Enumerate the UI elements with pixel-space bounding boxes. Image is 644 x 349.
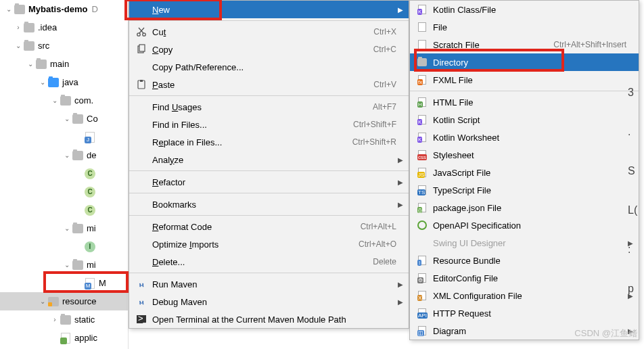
menu-item-file[interactable]: File bbox=[410, 18, 639, 36]
tree-item-label: mi bbox=[87, 260, 96, 270]
menu-item-label: Find in Files... bbox=[152, 120, 353, 130]
menu-separator bbox=[129, 170, 409, 171]
blank-icon bbox=[135, 119, 148, 130]
menu-item-label: Run Maven bbox=[152, 279, 396, 289]
menu-item-label: Reformat Code bbox=[152, 222, 361, 232]
menu-item-kotlin-script[interactable]: KKotlin Script bbox=[410, 111, 639, 129]
tree-item[interactable]: C bbox=[0, 201, 128, 219]
tree-item[interactable]: ›static bbox=[0, 310, 128, 329]
kotlin-icon: K bbox=[415, 132, 429, 143]
fxml-icon: fx bbox=[415, 74, 429, 85]
menu-item-reformat-code[interactable]: Reformat CodeCtrl+Alt+L bbox=[129, 218, 409, 235]
circle-c-icon: C bbox=[84, 168, 96, 180]
blank-icon bbox=[135, 154, 148, 165]
menu-item-refactor[interactable]: Refactor▶ bbox=[129, 173, 409, 191]
menu-item-kotlin-class-file[interactable]: KKotlin Class/File bbox=[410, 1, 639, 18]
tree-item[interactable]: ⌄src bbox=[0, 37, 128, 55]
menu-item-bookmarks[interactable]: Bookmarks▶ bbox=[129, 195, 409, 213]
tree-item-label: de bbox=[87, 150, 96, 160]
menu-item-openapi-specification[interactable]: OpenAPI Specification bbox=[410, 216, 639, 234]
menu-item-label: Scratch File bbox=[433, 40, 553, 50]
tree-item[interactable]: M bbox=[0, 274, 128, 292]
submenu-arrow-icon: ▶ bbox=[398, 201, 403, 208]
menu-item-debug-maven[interactable]: ⲙDebug Maven▶ bbox=[129, 293, 409, 310]
menu-item-new[interactable]: New▶ bbox=[129, 1, 409, 18]
chevron-icon: ⌄ bbox=[62, 261, 72, 269]
menu-item-run-maven[interactable]: ⲙRun Maven▶ bbox=[129, 275, 409, 293]
tree-item[interactable]: ⌄resource bbox=[0, 292, 128, 310]
menu-item-label: Swing UI Designer bbox=[433, 238, 626, 248]
menu-item-copy-path-reference-[interactable]: Copy Path/Reference... bbox=[129, 58, 409, 76]
menu-item-label: Directory bbox=[433, 57, 626, 68]
menu-item-find-usages[interactable]: Find UsagesAlt+F7 bbox=[129, 98, 409, 116]
terminal-icon: >_ bbox=[135, 314, 148, 325]
menu-item-optimize-imports[interactable]: Optimize ImportsCtrl+Alt+O bbox=[129, 235, 409, 253]
menu-item-label: Kotlin Class/File bbox=[433, 5, 626, 15]
folder-grey-icon bbox=[23, 40, 35, 52]
menu-item-label: TypeScript File bbox=[433, 185, 626, 195]
menu-item-copy[interactable]: CopyCtrl+C bbox=[129, 41, 409, 58]
tree-item[interactable]: applic bbox=[0, 329, 128, 347]
folder-blue-icon bbox=[47, 76, 60, 89]
tree-item[interactable]: ›.idea bbox=[0, 18, 128, 37]
api-icon bbox=[415, 220, 429, 231]
menu-item-shortcut: Ctrl+Alt+L bbox=[361, 222, 396, 231]
menu-item-find-in-files-[interactable]: Find in Files...Ctrl+Shift+F bbox=[129, 116, 409, 133]
submenu-arrow-icon: ▶ bbox=[628, 327, 633, 335]
menu-item-kotlin-worksheet[interactable]: KKotlin Worksheet bbox=[410, 129, 639, 146]
blank-icon bbox=[135, 221, 148, 232]
tree-item[interactable]: ⌄mi bbox=[0, 256, 128, 274]
js-icon: JS bbox=[415, 167, 429, 178]
menu-item-http-request[interactable]: APIHTTP Request bbox=[410, 304, 639, 322]
new-submenu[interactable]: KKotlin Class/FileFileScratch FileCtrl+A… bbox=[409, 0, 639, 340]
menu-item-xml-configuration-file[interactable]: XXML Configuration File▶ bbox=[410, 287, 639, 304]
menu-item-cut[interactable]: CutCtrl+X bbox=[129, 23, 409, 41]
circle-c-icon: C bbox=[84, 204, 96, 216]
menu-item-open-terminal-at-the-current-maven-module-path[interactable]: >_Open Terminal at the Current Maven Mod… bbox=[129, 310, 409, 328]
context-menu[interactable]: New▶CutCtrl+XCopyCtrl+CCopy Path/Referen… bbox=[129, 0, 409, 329]
menu-item-swing-ui-designer[interactable]: Swing UI Designer▶ bbox=[410, 234, 639, 252]
tree-item[interactable]: ⌄Co bbox=[0, 110, 128, 128]
tree-item[interactable]: ⌄java bbox=[0, 73, 128, 91]
menu-item-analyze[interactable]: Analyze▶ bbox=[129, 151, 409, 168]
menu-item-javascript-file[interactable]: JSJavaScript File bbox=[410, 164, 639, 181]
ec-icon: ⚙ bbox=[415, 273, 429, 283]
tree-item[interactable]: ⌄de bbox=[0, 146, 128, 164]
submenu-arrow-icon: ▶ bbox=[398, 281, 403, 288]
blank-icon bbox=[415, 237, 429, 248]
folder-grey-icon bbox=[72, 149, 84, 162]
tree-item[interactable]: I bbox=[0, 237, 128, 256]
tree-root[interactable]: ⌄ Mybatis-demo D bbox=[0, 0, 128, 18]
menu-item-package-json-file[interactable]: {}package.json File bbox=[410, 199, 639, 216]
menu-item-typescript-file[interactable]: TSTypeScript File bbox=[410, 181, 639, 199]
tree-item[interactable]: ⌄mi bbox=[0, 219, 128, 237]
tree-item[interactable]: C bbox=[0, 183, 128, 201]
menu-item-shortcut: Ctrl+V bbox=[373, 80, 396, 89]
menu-item-replace-in-files-[interactable]: Replace in Files...Ctrl+Shift+R bbox=[129, 133, 409, 151]
menu-item-stylesheet[interactable]: cssStylesheet bbox=[410, 146, 639, 164]
menu-item-label: Analyze bbox=[152, 155, 396, 165]
tree-item[interactable]: ⌄main bbox=[0, 55, 128, 73]
folder-grey-icon bbox=[72, 113, 84, 125]
menu-item-fxml-file[interactable]: fxFXML File bbox=[410, 71, 639, 89]
menu-item-resource-bundle[interactable]: ↕Resource Bundle bbox=[410, 252, 639, 269]
menu-item-shortcut: Ctrl+Alt+O bbox=[359, 239, 396, 249]
svg-point-0 bbox=[137, 33, 140, 36]
tree-item[interactable]: ⌄com. bbox=[0, 91, 128, 110]
xml-icon: X bbox=[415, 290, 429, 301]
menu-item-scratch-file[interactable]: Scratch FileCtrl+Alt+Shift+Insert bbox=[410, 36, 639, 53]
menu-item-editorconfig-file[interactable]: ⚙EditorConfig File bbox=[410, 269, 639, 287]
menu-item-shortcut: Ctrl+C bbox=[373, 45, 396, 54]
project-tree[interactable]: ⌄ Mybatis-demo D ›.idea⌄src⌄main⌄java⌄co… bbox=[0, 0, 129, 349]
menu-item-diagram[interactable]: ◫Diagram▶ bbox=[410, 322, 639, 340]
menu-item-html-file[interactable]: HHTML File bbox=[410, 93, 639, 111]
menu-item-label: Debug Maven bbox=[152, 297, 396, 307]
menu-item-paste[interactable]: PasteCtrl+V bbox=[129, 76, 409, 93]
blank-icon bbox=[135, 199, 148, 210]
css-icon: css bbox=[415, 149, 429, 160]
tree-item[interactable] bbox=[0, 128, 128, 146]
menu-item-directory[interactable]: Directory bbox=[410, 53, 639, 71]
tree-item[interactable]: C bbox=[0, 164, 128, 183]
menu-item-delete-[interactable]: Delete...Delete bbox=[129, 253, 409, 271]
menu-item-label: package.json File bbox=[433, 203, 626, 213]
